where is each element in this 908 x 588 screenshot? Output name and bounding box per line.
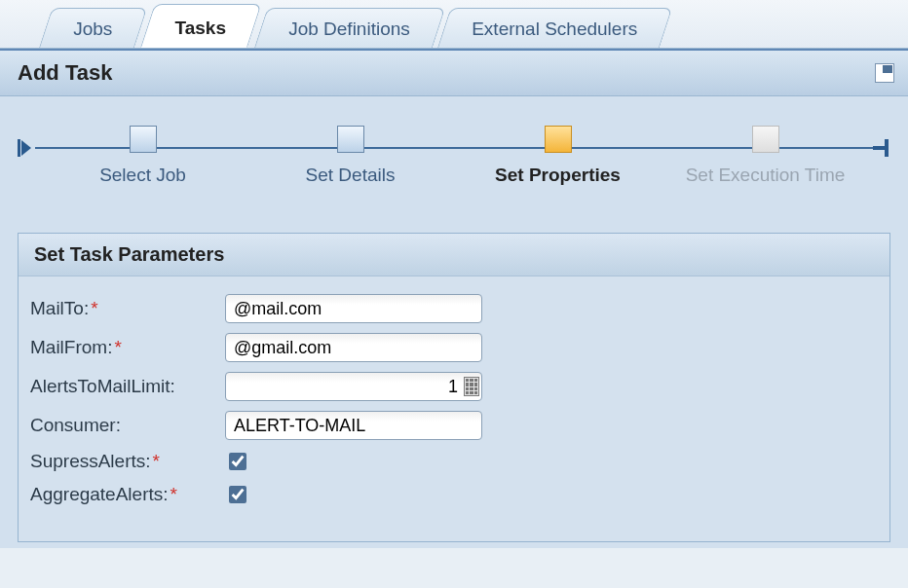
input-mailto[interactable]: [225, 294, 482, 323]
step-label: Select Job: [99, 165, 186, 186]
group-title: Set Task Parameters: [19, 234, 889, 276]
step-label: Set Details: [306, 165, 396, 186]
wizard-step-set-properties[interactable]: Set Properties: [454, 126, 662, 186]
step-label: Set Properties: [495, 165, 621, 186]
row-mailfrom: MailFrom:*: [30, 333, 878, 362]
roadmap-end-icon: [873, 137, 890, 159]
label-mailto: MailTo:*: [30, 298, 225, 319]
row-mailto: MailTo:*: [30, 294, 878, 323]
panel-title: Add Task: [18, 60, 112, 86]
required-icon: *: [153, 451, 160, 471]
input-mailfrom[interactable]: [225, 333, 482, 362]
collapse-icon[interactable]: [875, 63, 894, 83]
step-label: Set Execution Time: [686, 165, 846, 186]
step-box-icon: [130, 126, 157, 153]
row-aggregate-alerts: AggregateAlerts:*: [30, 483, 878, 506]
roadmap-start-icon: [18, 137, 35, 159]
tabstrip: Jobs Tasks Job Definitions External Sche…: [0, 0, 908, 49]
row-consumer: Consumer:: [30, 411, 878, 440]
checkbox-aggregate-alerts[interactable]: [229, 486, 246, 503]
required-icon: *: [91, 298, 97, 318]
calculator-icon[interactable]: [464, 377, 479, 396]
label-mailfrom: MailFrom:*: [30, 337, 225, 358]
checkbox-supress-alerts[interactable]: [229, 453, 246, 470]
tab-external-schedulers[interactable]: External Schedulers: [437, 8, 672, 48]
app-root: Jobs Tasks Job Definitions External Sche…: [0, 0, 908, 588]
wizard-step-set-execution-time[interactable]: Set Execution Time: [662, 126, 869, 186]
task-parameters-group: Set Task Parameters MailTo:* MailFrom:*: [18, 233, 890, 542]
wizard-roadmap: Select Job Set Details Set Properties Se…: [0, 108, 908, 168]
tab-job-definitions[interactable]: Job Definitions: [254, 8, 445, 48]
tab-jobs[interactable]: Jobs: [39, 8, 147, 48]
step-box-icon: [337, 126, 364, 153]
panel-header: Add Task: [0, 49, 908, 96]
label-supress-alerts: SupressAlerts:*: [30, 451, 225, 472]
row-alerts-limit: AlertsToMailLimit:: [30, 372, 878, 401]
wizard-step-set-details[interactable]: Set Details: [246, 126, 454, 186]
required-icon: *: [170, 484, 177, 504]
svg-rect-3: [885, 139, 889, 157]
label-aggregate-alerts: AggregateAlerts:*: [30, 484, 225, 505]
wizard-steps: Select Job Set Details Set Properties Se…: [39, 126, 869, 186]
input-alerts-limit[interactable]: [226, 374, 464, 400]
wizard-step-select-job[interactable]: Select Job: [39, 126, 246, 186]
svg-rect-2: [873, 146, 885, 150]
label-consumer: Consumer:: [30, 415, 225, 436]
svg-rect-0: [18, 139, 20, 157]
input-consumer[interactable]: [225, 411, 482, 440]
step-box-icon: [752, 126, 779, 153]
wizard-area: Select Job Set Details Set Properties Se…: [0, 96, 908, 548]
svg-marker-1: [21, 140, 31, 156]
tab-tasks[interactable]: Tasks: [140, 4, 262, 48]
row-supress-alerts: SupressAlerts:*: [30, 450, 878, 473]
label-alerts-limit: AlertsToMailLimit:: [30, 376, 225, 397]
task-parameters-form: MailTo:* MailFrom:* AlertsToMailLimit:: [19, 276, 889, 541]
required-icon: *: [114, 337, 121, 357]
step-box-icon: [545, 126, 572, 153]
numeric-input-wrap: [225, 372, 482, 401]
